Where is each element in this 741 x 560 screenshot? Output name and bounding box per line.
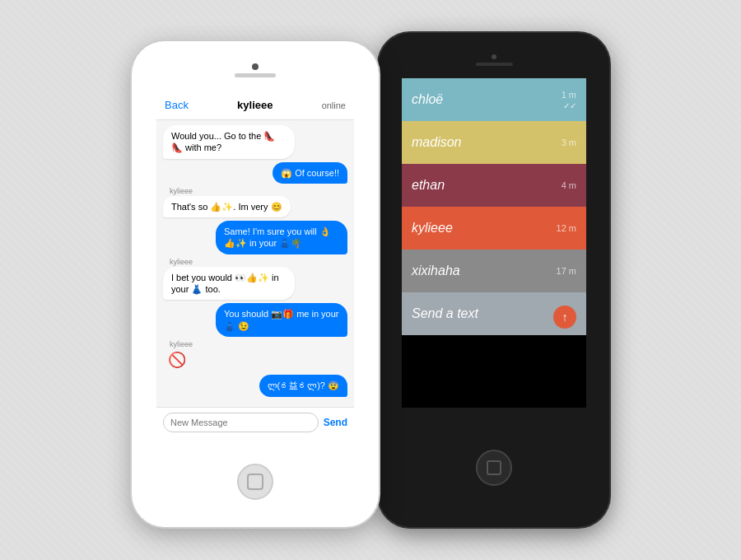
read-icon: ✓✓ (563, 101, 576, 110)
sender-label: kylieee (170, 340, 193, 348)
time-badge: 12 m (557, 223, 576, 233)
contact-item-kylieee[interactable]: kylieee 12 m (402, 207, 586, 250)
contact-item-ethan[interactable]: ethan 4 m (402, 164, 586, 207)
contact-item-chloe[interactable]: chloë 1 m ✓✓ (402, 78, 586, 121)
black-phone-bottom-bar (476, 408, 512, 527)
message-bubble: Same! I'm sure you will 👌👍✨ in your 👗🌴 (216, 221, 347, 254)
message-row: ლ(ಠ益ಠლ)? 😨 (163, 375, 347, 396)
message-row: kylieee I bet you would 👀👍✨ in your 👗 to… (163, 258, 347, 301)
contact-item-xixihaha[interactable]: xixihaha 17 m (402, 250, 586, 292)
contact-status: online (322, 100, 346, 110)
message-row: Would you... Go to the 👠👠 with me? (163, 125, 347, 159)
contact-name-xixihaha: xixihaha (412, 264, 460, 278)
message-bubble: 🚫 (163, 349, 191, 371)
time-badge: 3 m (562, 138, 576, 147)
contact-time: 4 m (562, 180, 576, 190)
home-button-black-inner (487, 460, 501, 475)
back-button[interactable]: Back (165, 99, 189, 111)
contact-item-madison[interactable]: madison 3 m (402, 121, 586, 164)
send-text-label: Send a text (412, 306, 478, 321)
home-button-inner (247, 474, 263, 490)
time-badge: 17 m (557, 266, 576, 276)
message-row: You should 📷🎁 me in your 👗 😉 (163, 303, 347, 337)
messages-screen: Back kylieee online Would you... Go to t… (156, 91, 354, 436)
time-badge: 4 m (562, 180, 576, 190)
front-camera-black (492, 54, 496, 59)
contact-name-kylieee: kylieee (412, 221, 453, 236)
contact-time: 3 m (562, 138, 576, 147)
contact-item-send-text[interactable]: Send a text (402, 292, 586, 335)
contact-name-chloe: chloë (412, 92, 443, 107)
message-bubble: You should 📷🎁 me in your 👗 😉 (216, 303, 347, 337)
phones-container: Back kylieee online Would you... Go to t… (132, 25, 609, 535)
home-button-black[interactable] (476, 450, 512, 486)
home-button-white[interactable] (237, 464, 273, 500)
black-iphone: chloë 1 m ✓✓ madison 3 m ethan 4 m ky (379, 33, 609, 527)
time-badge: 1 m ✓✓ (562, 90, 576, 110)
sender-label: kylieee (170, 258, 193, 266)
messages-input-bar: Send (156, 407, 354, 436)
white-phone-bottom-bar (237, 436, 273, 527)
contact-name: kylieee (237, 99, 273, 111)
black-phone-top-bar (379, 33, 609, 78)
white-iphone: Back kylieee online Would you... Go to t… (132, 41, 379, 527)
message-bubble: ლ(ಠ益ಠლ)? 😨 (259, 375, 348, 396)
send-text-button[interactable] (553, 306, 576, 329)
sender-label: kylieee (170, 187, 193, 195)
contact-name-madison: madison (412, 135, 461, 150)
speaker-black (476, 63, 513, 66)
messages-header: Back kylieee online (156, 91, 354, 120)
contact-time: 12 m (557, 223, 576, 233)
contact-name-ethan: ethan (412, 178, 445, 193)
contact-time: 17 m (557, 266, 576, 276)
message-bubble: That's so 👍✨. Im very 😊 (163, 196, 291, 217)
messages-body: Would you... Go to the 👠👠 with me? 😱 Of … (156, 120, 354, 407)
white-phone-top-bar (132, 41, 379, 91)
front-camera-white (252, 63, 259, 70)
send-button[interactable]: Send (324, 417, 347, 428)
message-input[interactable] (163, 413, 319, 432)
contact-time: 1 m (562, 90, 576, 100)
contacts-screen: chloë 1 m ✓✓ madison 3 m ethan 4 m ky (402, 78, 586, 408)
message-bubble: 😱 Of course!! (273, 162, 347, 184)
message-bubble: I bet you would 👀👍✨ in your 👗 too. (163, 267, 295, 301)
message-row: Same! I'm sure you will 👌👍✨ in your 👗🌴 (163, 221, 347, 254)
message-bubble: Would you... Go to the 👠👠 with me? (163, 125, 295, 159)
message-row: 😱 Of course!! (163, 162, 347, 184)
message-row: kylieee 🚫 (163, 340, 347, 371)
speaker-white (235, 73, 276, 77)
message-row: kylieee That's so 👍✨. Im very 😊 (163, 187, 347, 217)
